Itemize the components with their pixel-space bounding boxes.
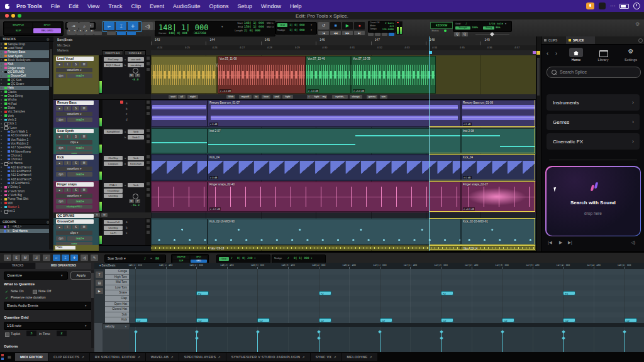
menu-item-options[interactable]: Options [204,3,233,9]
lyric-chip[interactable]: i [307,95,311,99]
track-view-selector[interactable]: waveform ▾ [56,112,92,116]
track-name-chip[interactable]: GrooveCell [56,219,94,224]
library-button[interactable] [597,49,609,57]
quantize-grid-selector[interactable]: 1/16 note▾ [4,322,92,330]
group-item--all-[interactable]: 1<ALL> [0,224,49,229]
track-visibility-dot[interactable] [1,171,2,172]
midi-track-selector[interactable]: Soar Synth ▾♪=80 [104,255,166,263]
track-visibility-dot[interactable] [1,79,2,80]
nudge-value[interactable]: 1| 0| 000 [289,28,309,32]
track-lane-soar-synth[interactable]: Inst 2-07Inst 2-08 [151,128,536,155]
track-mute-button[interactable]: M [80,134,87,139]
midi-note-c2-beat0[interactable]: C2 [135,318,148,322]
lyric-chip[interactable]: lose [262,95,270,99]
mini-option-button[interactable] [147,188,150,191]
edit-scrollbar-thumb[interactable] [537,58,540,96]
tab-list-icon[interactable]: ▤ [8,354,13,359]
lyric-chip[interactable]: eyelids, [332,95,348,99]
track-automation-mode[interactable]: read ▾ [67,236,92,241]
track-input-monitor-button[interactable]: I [64,161,71,165]
midi-record-button[interactable]: ● [4,255,11,261]
timeline-link-button[interactable] [127,31,136,35]
conductor-icon[interactable] [375,33,380,36]
velocity-stem[interactable] [257,332,258,352]
lyric-chip[interactable]: myself [239,95,252,99]
mini-option-button[interactable] [147,219,150,222]
mini-option-button[interactable] [147,140,150,143]
track-header-finger-snaps[interactable]: Finger snaps●ISMwaveform ▾dynread ▾elast… [53,181,99,213]
track-header-soar-synth[interactable]: Soar Synth●ISMclips ▾dynread ▾none [53,128,99,155]
mic-icon[interactable] [586,3,594,9]
track-input-monitor-button[interactable]: I [64,134,71,139]
nav-back-arrow[interactable]: ‹ [547,50,552,57]
send-pre-button[interactable]: P [135,199,140,203]
track-name-chip[interactable]: QC DRUMS [56,214,94,218]
track-visibility-dot[interactable] [1,202,2,204]
magnifier-icon[interactable]: ⌕ [43,255,50,261]
track-automation-mode[interactable]: read ▾ [67,74,92,78]
mini-option-button[interactable] [147,106,150,109]
loop-button[interactable]: ↺ [318,22,329,30]
midi-grid-chip[interactable]: Grid [219,257,229,261]
track-extra-chip[interactable]: elastiquePRO [56,205,92,209]
insert-slot-chnlstrp[interactable]: ChnlStrp [104,194,123,198]
send-slot-verb-2[interactable]: Verb 2 [128,135,144,140]
track-visibility-dot[interactable] [1,175,2,176]
menu-item-setup[interactable]: Setup [233,3,257,9]
quantize-q2-button[interactable]: Q [462,32,468,36]
lyric-chip[interactable]: my [321,95,327,99]
preview-prev-button[interactable]: |◀ [548,240,557,246]
track-header-groovecell[interactable]: GrooveCell●ISMclips ▾dynread ▾none [53,218,99,246]
grabber-icon[interactable]: ✛ [70,255,78,261]
insert-slot-lo-fi[interactable]: Lo-Fi [104,231,123,235]
transport-skip-button[interactable]: ▶| [354,31,365,35]
settings-icon[interactable]: ⚙ [625,48,637,57]
timeline-link-button[interactable] [117,31,126,35]
pencil-icon[interactable]: ✎ [91,255,98,261]
clip-indicator-led[interactable] [120,101,123,104]
category-card-genres[interactable]: Genres› [547,114,640,130]
edit-mode-rel-grid[interactable]: REL GRID [33,28,61,33]
drum-lane-name-kick[interactable]: Kick [105,317,129,323]
track-dyn-chip[interactable]: dyn [56,146,66,150]
track-header-kick[interactable]: Kick●ISMwaveform ▾dynread ▾ [53,154,99,182]
track-visibility-dot[interactable] [1,183,2,184]
bars-ruler[interactable] [151,36,536,46]
track-visibility-dot[interactable] [1,91,2,92]
drum-lane-name-sub[interactable]: Sub [105,312,129,318]
play-lane-button[interactable]: ▶ [96,288,103,294]
lyric-chip[interactable]: all [178,95,186,99]
screen-icon[interactable] [599,3,606,9]
track-visibility-dot[interactable] [1,87,2,89]
clip-kick-02-16-midi-90[interactable]: Kick_02-16-MIDI-90 [208,219,461,244]
quantize-dropdown-icon[interactable]: ▾ [505,22,508,26]
track-lane-reecey-bass[interactable]: Reecey Bass-cm_01-07≠ 0 dBReecey Bass-cm… [151,99,536,128]
menu-item-view[interactable]: View [83,3,104,9]
lyric-chip[interactable]: With [226,95,235,99]
drum-lane-name-clap[interactable]: Clap [105,296,129,302]
bottom-tab-synthesizer-v-studio-2araplugin[interactable]: SYNTHESIZER V STUDIO 2ARAPLUGIN↗ [226,353,310,361]
menu-item-audiosuite[interactable]: AudioSuite [169,3,205,9]
track-header-hats[interactable]: Hats [53,245,99,251]
group-item-end-harms[interactable]: bEnd Harms [0,229,49,233]
midi-solo-button[interactable]: S [13,255,20,261]
clip-vox-03-11-08[interactable]: Vox.03_11-08≠ +5.5 dB [218,56,306,94]
track-visibility-dot[interactable] [1,75,2,77]
clock-icon[interactable] [633,3,640,9]
ops-tab-midi-operations[interactable]: MIDI OPERATIONS [36,263,91,269]
track-solo-button[interactable]: S [72,106,79,111]
velocity-stem[interactable] [380,332,380,352]
mini-option-button[interactable] [147,231,150,234]
bottom-tab-wavelab[interactable]: WAVELAB↗ [146,353,179,361]
counter-length-value[interactable]: 2| 0| 000 [244,29,265,33]
menu-item-file[interactable]: File [47,3,65,9]
clip-inst-2-07[interactable]: Inst 2-07 [208,128,461,153]
midi-note-f2-beat1[interactable]: F2 [196,291,209,295]
track-automation-mode[interactable]: read ▾ [67,118,92,122]
lyric-chip[interactable]: fight [282,95,293,99]
track-visibility-dot[interactable] [1,52,2,53]
trim-icon[interactable]: ⟜ [53,255,60,261]
speaker-icon[interactable]: ◁) [142,22,153,30]
clip-vox-07-15-39[interactable]: Vox.07_15-39≠ +5.0 dB [351,56,436,94]
send-mute-button[interactable]: M [129,74,134,77]
